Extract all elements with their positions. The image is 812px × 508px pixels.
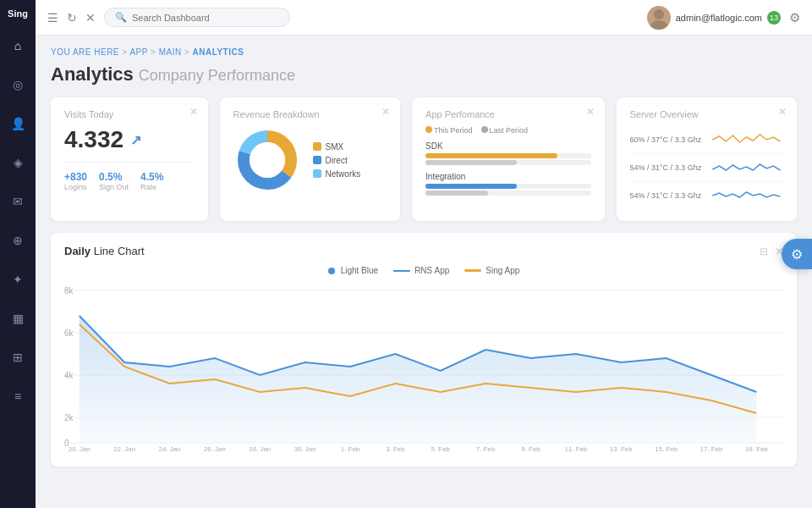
sidebar-icon-star[interactable]: ✦ bbox=[6, 268, 30, 291]
main-area: ☰ ↻ ✕ 🔍 admin@flatlogic.com 13 ⚙ YOU ARE… bbox=[36, 0, 812, 508]
svg-text:15. Feb: 15. Feb bbox=[655, 445, 678, 451]
sidebar: Sing ⌂ ◎ 👤 ◈ ✉ ⊕ ✦ ▦ ⊞ ≡ bbox=[0, 0, 36, 508]
server-row-1: 60% / 37°C / 3.3 Ghz bbox=[630, 126, 783, 154]
legend-sing-app: Sing App bbox=[464, 266, 519, 275]
revenue-inner: SMX Direct Networks bbox=[233, 126, 387, 194]
legend-line-rns bbox=[393, 270, 410, 272]
legend-dot-smx bbox=[313, 142, 321, 151]
svg-text:22. Jan: 22. Jan bbox=[113, 445, 135, 451]
search-icon: 🔍 bbox=[115, 12, 127, 23]
svg-text:30. Jan: 30. Jan bbox=[294, 445, 316, 451]
visits-stat-rate: 4.5% Rate bbox=[140, 171, 163, 191]
perf-sdk: SDK bbox=[425, 141, 590, 165]
chart-legend: Light Blue RNS App Sing App bbox=[64, 266, 783, 275]
sidebar-icon-users[interactable]: 👤 bbox=[6, 112, 30, 135]
svg-text:5. Feb: 5. Feb bbox=[431, 445, 451, 451]
sidebar-icon-chart[interactable]: ▦ bbox=[6, 306, 30, 330]
cards-row: Visits Today ✕ 4.332 ↗ +830 Logins 0.5% … bbox=[51, 97, 797, 221]
close-icon[interactable]: ✕ bbox=[85, 11, 96, 25]
svg-text:28. Jan: 28. Jan bbox=[249, 445, 271, 451]
content-area: YOU ARE HERE > App > Main > Analytics An… bbox=[36, 36, 812, 508]
svg-text:13. Feb: 13. Feb bbox=[610, 445, 633, 451]
app-perf-close[interactable]: ✕ bbox=[586, 106, 595, 118]
visits-arrow-icon: ↗ bbox=[130, 132, 141, 148]
legend-light-blue: Light Blue bbox=[328, 266, 378, 275]
svg-text:11. Feb: 11. Feb bbox=[565, 445, 588, 451]
sdk-bar-current bbox=[425, 153, 557, 158]
app-perf-title: App Perfomance bbox=[425, 109, 590, 119]
avatar bbox=[647, 6, 671, 30]
visits-card: Visits Today ✕ 4.332 ↗ +830 Logins 0.5% … bbox=[51, 97, 208, 221]
server-card: Server Overview ✕ 60% / 37°C / 3.3 Ghz 5… bbox=[617, 97, 797, 221]
svg-text:19. Feb: 19. Feb bbox=[745, 445, 768, 451]
svg-text:1. Feb: 1. Feb bbox=[341, 445, 360, 451]
legend-direct: Direct bbox=[313, 156, 361, 165]
chart-actions: ⊟ ✕ bbox=[760, 246, 783, 257]
legend-networks: Networks bbox=[313, 169, 361, 179]
chart-title: Daily Line Chart bbox=[64, 245, 145, 257]
chart-minimize-icon[interactable]: ⊟ bbox=[760, 246, 768, 257]
app-perf-card: App Perfomance ✕ This Period Last Period… bbox=[412, 97, 604, 221]
server-wave-1 bbox=[710, 131, 783, 148]
floating-settings-button[interactable]: ⚙ bbox=[782, 239, 812, 269]
server-wave-3 bbox=[710, 187, 783, 204]
chart-header: Daily Line Chart ⊟ ✕ bbox=[64, 245, 783, 257]
sidebar-icon-profile[interactable]: ◎ bbox=[6, 73, 30, 97]
app-logo: Sing bbox=[8, 8, 28, 19]
server-card-close[interactable]: ✕ bbox=[778, 106, 787, 118]
sidebar-icon-add[interactable]: ⊕ bbox=[6, 229, 30, 252]
legend-line-sing bbox=[464, 269, 481, 272]
user-info[interactable]: admin@flatlogic.com 13 bbox=[647, 6, 781, 30]
visits-value: 4.332 ↗ bbox=[64, 126, 195, 153]
perf-integration: Integration bbox=[425, 172, 590, 196]
sidebar-icon-menu[interactable]: ≡ bbox=[6, 384, 30, 408]
svg-text:26. Jan: 26. Jan bbox=[204, 445, 226, 451]
server-row-2: 54% / 31°C / 3.3 Ghz bbox=[630, 154, 783, 182]
settings-icon[interactable]: ⚙ bbox=[789, 10, 800, 25]
sdk-bar-prev bbox=[425, 160, 516, 165]
svg-text:4k: 4k bbox=[64, 371, 73, 380]
sidebar-icon-apps[interactable]: ⊞ bbox=[6, 345, 30, 369]
breadcrumb: YOU ARE HERE > App > Main > Analytics bbox=[51, 47, 797, 57]
line-chart-svg: 8k 6k 4k 2k 0 bbox=[64, 282, 783, 451]
legend-dot-direct bbox=[313, 156, 321, 164]
svg-text:17. Feb: 17. Feb bbox=[700, 445, 723, 451]
svg-marker-16 bbox=[80, 316, 757, 443]
svg-text:6k: 6k bbox=[64, 329, 73, 338]
legend-dot-networks bbox=[313, 169, 321, 178]
svg-text:7. Feb: 7. Feb bbox=[476, 445, 496, 451]
visits-stat-logins: +830 Logins bbox=[64, 171, 87, 191]
svg-text:8k: 8k bbox=[64, 286, 73, 295]
page-title: AnalyticsCompany Performance bbox=[51, 64, 797, 86]
chart-area: 8k 6k 4k 2k 0 bbox=[64, 282, 783, 455]
revenue-card: Revenue Breakdown ✕ bbox=[220, 97, 400, 221]
server-row-3: 54% / 31°C / 3.3 Ghz bbox=[630, 182, 783, 209]
sidebar-icon-mail[interactable]: ✉ bbox=[6, 190, 30, 213]
search-input[interactable] bbox=[132, 13, 279, 23]
svg-text:9. Feb: 9. Feb bbox=[521, 445, 540, 451]
sidebar-icon-home[interactable]: ⌂ bbox=[6, 34, 30, 58]
legend-rns-app: RNS App bbox=[393, 266, 449, 275]
topbar-right: admin@flatlogic.com 13 ⚙ bbox=[647, 6, 800, 30]
notification-badge[interactable]: 13 bbox=[767, 11, 781, 25]
svg-point-5 bbox=[250, 142, 285, 178]
sidebar-icon-diamond[interactable]: ◈ bbox=[6, 151, 30, 174]
visits-card-close[interactable]: ✕ bbox=[189, 106, 198, 118]
search-box[interactable]: 🔍 bbox=[104, 8, 290, 27]
donut-chart bbox=[233, 126, 301, 194]
admin-email: admin@flatlogic.com bbox=[676, 13, 762, 23]
refresh-icon[interactable]: ↻ bbox=[67, 11, 77, 25]
svg-text:20. Jan: 20. Jan bbox=[69, 445, 91, 451]
revenue-card-title: Revenue Breakdown bbox=[233, 109, 387, 119]
revenue-legend: SMX Direct Networks bbox=[313, 142, 361, 179]
visits-stat-signout: 0.5% Sign Out bbox=[99, 171, 129, 191]
visits-stats: +830 Logins 0.5% Sign Out 4.5% Rate bbox=[64, 162, 195, 191]
legend-smx: SMX bbox=[313, 142, 361, 152]
svg-text:2k: 2k bbox=[64, 413, 73, 422]
line-chart-card: Daily Line Chart ⊟ ✕ Light Blue RNS App bbox=[51, 233, 797, 467]
svg-text:24. Jan: 24. Jan bbox=[159, 445, 181, 451]
revenue-card-close[interactable]: ✕ bbox=[381, 106, 390, 118]
integration-bar-prev bbox=[425, 190, 488, 196]
hamburger-icon[interactable]: ☰ bbox=[47, 11, 58, 25]
server-card-title: Server Overview bbox=[630, 109, 783, 119]
